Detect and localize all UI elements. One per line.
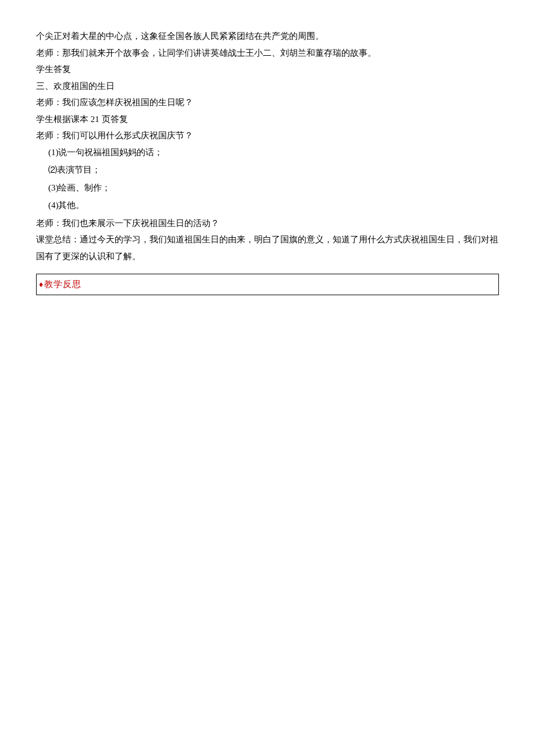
document-page: 个尖正对着大星的中心点，这象征全国各族人民紧紧团结在共产党的周围。 老师：那我们… [0, 0, 535, 295]
diamond-icon: ♦ [39, 280, 43, 289]
body-line: 老师：我们应该怎样庆祝祖国的生日呢？ [36, 94, 499, 111]
body-line: 老师：我们也来展示一下庆祝祖国生日的活动？ [36, 215, 499, 232]
body-line: 老师：我们可以用什么形式庆祝国庆节？ [36, 127, 499, 144]
body-line: 学生答复 [36, 61, 499, 78]
list-item: (1)说一句祝福祖国妈妈的话； [36, 144, 499, 161]
list-item: ⑵表演节目； [36, 162, 499, 178]
body-line: 学生根据课本 21 页答复 [36, 111, 499, 128]
summary-line: 课堂总结：通过今天的学习，我们知道祖国生日的由来，明白了国旗的意义，知道了用什么… [36, 231, 499, 264]
list-item: (4)其他。 [36, 197, 499, 214]
body-line: 老师：那我们就来开个故事会，让同学们讲讲英雄战士王小二、刘胡兰和董存瑞的故事。 [36, 45, 499, 62]
list-item: (3)绘画、制作； [36, 180, 499, 196]
section-box: ♦教学反思 [36, 274, 499, 295]
body-line: 个尖正对着大星的中心点，这象征全国各族人民紧紧团结在共产党的周围。 [36, 28, 499, 45]
heading-line: 三、欢度祖国的生日 [36, 78, 499, 95]
section-label: 教学反思 [44, 280, 81, 289]
